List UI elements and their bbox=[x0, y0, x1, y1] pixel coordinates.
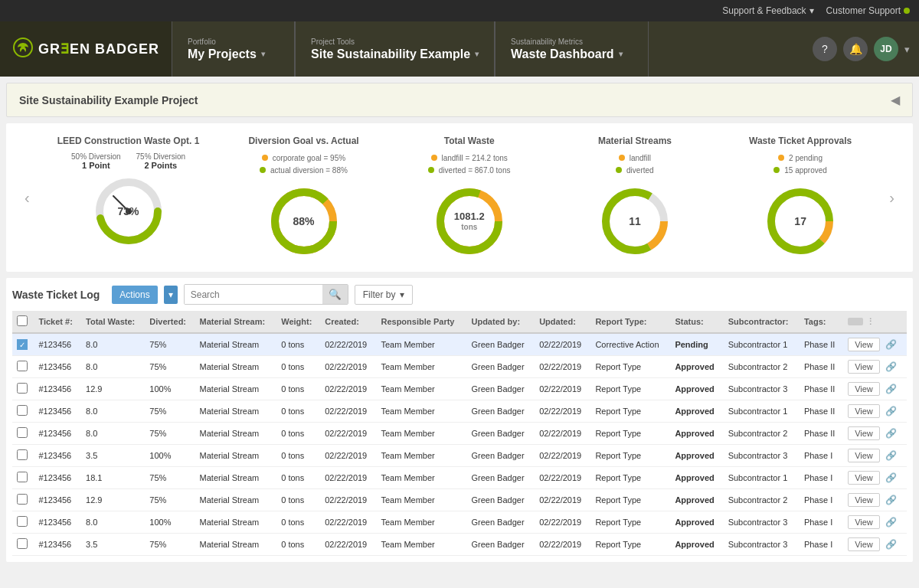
carousel-next-button[interactable]: › bbox=[883, 189, 901, 207]
row-checkbox-cell[interactable] bbox=[12, 534, 34, 556]
row-actions-cell: View 🔗 bbox=[843, 423, 907, 445]
row-checkbox[interactable] bbox=[17, 516, 28, 527]
row-checkbox[interactable] bbox=[17, 472, 28, 482]
project-tools-nav-inner[interactable]: Project Tools Site Sustainability Exampl… bbox=[296, 21, 495, 77]
row-weight: 0 tons bbox=[276, 400, 320, 423]
row-updated-by: Green Badger bbox=[466, 489, 535, 511]
row-checkbox-cell[interactable] bbox=[12, 445, 34, 467]
banner-collapse-button[interactable]: ◀ bbox=[891, 93, 900, 107]
row-material-stream: Material Stream bbox=[195, 489, 277, 511]
row-ticket: #123456 bbox=[34, 534, 81, 556]
link-icon[interactable]: 🔗 bbox=[885, 495, 897, 505]
link-icon[interactable]: 🔗 bbox=[885, 406, 897, 416]
leed-point1-value: 1 Point bbox=[71, 161, 120, 170]
row-responsible-party: Team Member bbox=[376, 400, 466, 423]
view-button[interactable]: View bbox=[848, 360, 880, 374]
sustainability-nav[interactable]: Sustainability Metrics Waste Dashboard ▾ bbox=[495, 21, 649, 77]
support-feedback-link[interactable]: Support & Feedback ▾ bbox=[722, 5, 813, 16]
link-icon[interactable]: 🔗 bbox=[885, 517, 897, 528]
leed-metric: LEED Construction Waste Opt. 1 50% Diver… bbox=[57, 136, 200, 250]
actions-caret-button[interactable]: ▾ bbox=[164, 286, 178, 304]
select-all-checkbox[interactable] bbox=[17, 315, 28, 326]
view-button[interactable]: View bbox=[848, 426, 880, 440]
view-button[interactable]: View bbox=[848, 471, 880, 485]
row-checkbox-cell[interactable] bbox=[12, 467, 34, 489]
row-checkbox-cell[interactable] bbox=[12, 356, 34, 378]
view-button[interactable]: View bbox=[848, 449, 880, 462]
row-checkbox-cell[interactable] bbox=[12, 400, 34, 423]
material-streams-gauge: 11 bbox=[597, 183, 673, 260]
view-button[interactable]: View bbox=[848, 338, 880, 351]
resize-icon[interactable] bbox=[848, 318, 863, 325]
actions-button[interactable]: Actions bbox=[112, 286, 157, 304]
approvals-metric: Waste Ticket Approvals 2 pending 15 appr… bbox=[739, 136, 862, 260]
portfolio-nav[interactable]: Portfolio My Projects ▾ bbox=[172, 21, 295, 77]
row-actions-cell: View 🔗 bbox=[843, 489, 907, 511]
view-button[interactable]: View bbox=[848, 493, 880, 507]
leed-point2-label: 75% Diversion bbox=[136, 152, 185, 161]
sustainability-nav-inner[interactable]: Sustainability Metrics Waste Dashboard ▾ bbox=[495, 21, 649, 77]
notifications-button[interactable]: 🔔 bbox=[843, 37, 868, 61]
link-icon[interactable]: 🔗 bbox=[885, 339, 897, 350]
row-checkbox[interactable]: ✓ bbox=[17, 339, 28, 350]
approvals-dot-2 bbox=[773, 167, 780, 173]
link-icon[interactable]: 🔗 bbox=[885, 450, 897, 461]
view-button[interactable]: View bbox=[848, 382, 880, 396]
row-subcontractor: Subcontractor 1 bbox=[724, 333, 800, 356]
row-checkbox-cell[interactable] bbox=[12, 489, 34, 511]
total-waste-gauge-value: 1081.2 tons bbox=[454, 211, 485, 232]
row-weight: 0 tons bbox=[276, 423, 320, 445]
row-diverted: 100% bbox=[145, 378, 195, 400]
link-icon[interactable]: 🔗 bbox=[885, 384, 897, 394]
row-updated: 02/22/2019 bbox=[535, 423, 590, 445]
user-dropdown-arrow[interactable]: ▾ bbox=[904, 44, 910, 55]
approvals-gauge-value: 17 bbox=[794, 215, 806, 228]
total-waste-legend-1: landfill = 214.2 tons bbox=[428, 152, 510, 165]
logo-area: GRƎEN BADGER bbox=[0, 21, 172, 77]
row-checkbox[interactable] bbox=[17, 449, 28, 460]
row-weight: 0 tons bbox=[276, 333, 320, 356]
view-button[interactable]: View bbox=[848, 515, 880, 529]
filter-button[interactable]: Filter by ▾ bbox=[355, 285, 414, 305]
carousel-prev-button[interactable]: ‹ bbox=[18, 189, 36, 207]
row-checkbox-cell[interactable] bbox=[12, 378, 34, 400]
link-icon[interactable]: 🔗 bbox=[885, 472, 897, 483]
project-tools-nav[interactable]: Project Tools Site Sustainability Exampl… bbox=[295, 21, 495, 77]
row-diverted: 75% bbox=[145, 534, 195, 556]
row-checkbox[interactable] bbox=[17, 405, 28, 416]
portfolio-nav-inner[interactable]: Portfolio My Projects ▾ bbox=[172, 21, 295, 77]
row-checkbox-cell[interactable] bbox=[12, 423, 34, 445]
link-icon[interactable]: 🔗 bbox=[885, 361, 897, 372]
sustainability-label: Sustainability Metrics bbox=[511, 38, 633, 46]
help-button[interactable]: ? bbox=[813, 37, 837, 61]
row-checkbox-cell[interactable] bbox=[12, 511, 34, 534]
col-dots-icon[interactable]: ⋮ bbox=[866, 317, 875, 327]
sustainability-arrow: ▾ bbox=[619, 50, 623, 58]
view-button[interactable]: View bbox=[848, 404, 880, 418]
project-tools-value: Site Sustainability Example ▾ bbox=[311, 47, 479, 61]
row-checkbox-cell[interactable]: ✓ bbox=[12, 333, 34, 356]
metrics-area: ‹ LEED Construction Waste Opt. 1 50% Div… bbox=[6, 123, 913, 272]
customer-support-link[interactable]: Customer Support bbox=[826, 5, 910, 16]
table-row: #123456 8.0 75% Material Stream 0 tons 0… bbox=[12, 356, 907, 378]
row-checkbox[interactable] bbox=[17, 361, 28, 371]
view-button[interactable]: View bbox=[848, 537, 880, 551]
row-checkbox[interactable] bbox=[17, 494, 28, 505]
user-avatar-button[interactable]: JD bbox=[874, 37, 898, 61]
row-material-stream: Material Stream bbox=[195, 400, 277, 423]
search-button[interactable]: 🔍 bbox=[322, 285, 348, 304]
row-checkbox[interactable] bbox=[17, 538, 28, 549]
row-checkbox[interactable] bbox=[17, 427, 28, 438]
row-actions-cell: View 🔗 bbox=[843, 445, 907, 467]
row-responsible-party: Team Member bbox=[376, 378, 466, 400]
col-select-all[interactable] bbox=[12, 311, 34, 333]
search-input[interactable] bbox=[185, 285, 322, 304]
row-actions-cell: View 🔗 bbox=[843, 333, 907, 356]
col-subcontractor: Subcontractor: bbox=[724, 311, 800, 333]
link-icon[interactable]: 🔗 bbox=[885, 539, 897, 550]
row-updated-by: Green Badger bbox=[466, 467, 535, 489]
row-ticket: #123456 bbox=[34, 378, 81, 400]
diversion-legend-2-label: actual diversion = 88% bbox=[270, 166, 348, 175]
row-checkbox[interactable] bbox=[17, 383, 28, 394]
link-icon[interactable]: 🔗 bbox=[885, 428, 897, 439]
